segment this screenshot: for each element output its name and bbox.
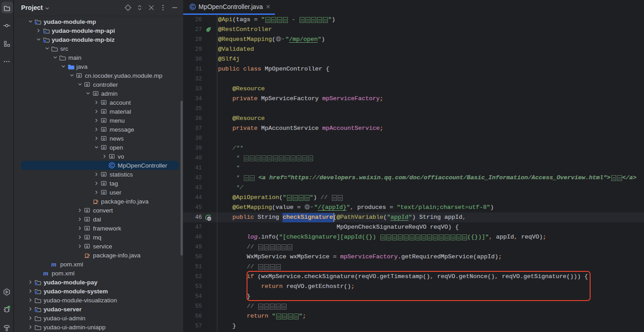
svg-text:m: m (43, 270, 49, 277)
svg-text:m: m (51, 261, 57, 268)
